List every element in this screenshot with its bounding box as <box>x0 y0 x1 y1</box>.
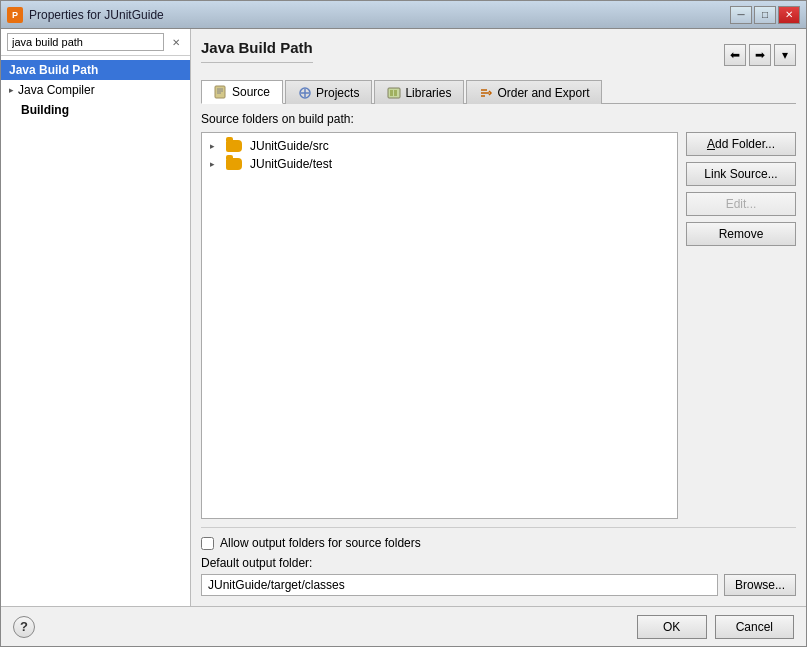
forward-button[interactable]: ➡ <box>749 44 771 66</box>
svg-rect-0 <box>215 86 225 98</box>
left-panel: ✕ Java Build Path ▸ Java Compiler Buildi… <box>1 29 191 606</box>
panel-title: Java Build Path <box>201 39 313 63</box>
toolbar-strip: ⬅ ➡ ▾ <box>724 44 796 66</box>
allow-output-checkbox[interactable] <box>201 537 214 550</box>
window-title: Properties for JUnitGuide <box>29 8 730 22</box>
folder-item-src[interactable]: ▸ JUnitGuide/src <box>206 137 673 155</box>
right-panel: Java Build Path ⬅ ➡ ▾ <box>191 29 806 606</box>
default-output-label: Default output folder: <box>201 556 796 570</box>
add-folder-button[interactable]: Add Folder... <box>686 132 796 156</box>
folder-expand-icon[interactable]: ▸ <box>210 159 222 169</box>
tab-projects[interactable]: Projects <box>285 80 372 104</box>
edit-button[interactable]: Edit... <box>686 192 796 216</box>
tree-item-label: Building <box>21 103 69 117</box>
output-folder-input[interactable] <box>201 574 718 596</box>
tab-source[interactable]: Source <box>201 80 283 104</box>
footer: ? OK Cancel <box>1 606 806 646</box>
folder-list[interactable]: ▸ JUnitGuide/src ▸ JUnitGuide/test <box>201 132 678 519</box>
allow-output-row: Allow output folders for source folders <box>201 536 796 550</box>
title-bar: P Properties for JUnitGuide ─ □ ✕ <box>1 1 806 29</box>
close-button[interactable]: ✕ <box>778 6 800 24</box>
link-source-button[interactable]: Link Source... <box>686 162 796 186</box>
tab-order-export[interactable]: Order and Export <box>466 80 602 104</box>
remove-button[interactable]: Remove <box>686 222 796 246</box>
folder-item-test-label: JUnitGuide/test <box>250 157 332 171</box>
minimize-button[interactable]: ─ <box>730 6 752 24</box>
content-area: ✕ Java Build Path ▸ Java Compiler Buildi… <box>1 29 806 606</box>
source-section: Source folders on build path: ▸ JUnitGui… <box>201 112 678 519</box>
projects-tab-label: Projects <box>316 86 359 100</box>
tree-area: Java Build Path ▸ Java Compiler Building <box>1 56 190 606</box>
footer-left: ? <box>13 616 35 638</box>
help-button[interactable]: ? <box>13 616 35 638</box>
folder-expand-icon[interactable]: ▸ <box>210 141 222 151</box>
dropdown-button[interactable]: ▾ <box>774 44 796 66</box>
search-clear-button[interactable]: ✕ <box>168 34 184 50</box>
cancel-button[interactable]: Cancel <box>715 615 794 639</box>
action-buttons-column: Add Folder... Link Source... Edit... Rem… <box>686 112 796 519</box>
tab-libraries[interactable]: Libraries <box>374 80 464 104</box>
source-tab-label: Source <box>232 85 270 99</box>
tree-item-java-build-path[interactable]: Java Build Path <box>1 60 190 80</box>
source-section-label: Source folders on build path: <box>201 112 678 126</box>
libraries-tab-label: Libraries <box>405 86 451 100</box>
allow-output-label: Allow output folders for source folders <box>220 536 421 550</box>
properties-window: P Properties for JUnitGuide ─ □ ✕ ✕ Java… <box>0 0 807 647</box>
maximize-button[interactable]: □ <box>754 6 776 24</box>
footer-buttons: OK Cancel <box>637 615 794 639</box>
source-tab-icon <box>214 85 228 99</box>
order-export-tab-icon <box>479 86 493 100</box>
folder-item-test[interactable]: ▸ JUnitGuide/test <box>206 155 673 173</box>
projects-tab-icon <box>298 86 312 100</box>
browse-button[interactable]: Browse... <box>724 574 796 596</box>
tree-expand-icon: ▸ <box>9 85 14 95</box>
tabs-bar: Source Projects <box>201 79 796 104</box>
back-button[interactable]: ⬅ <box>724 44 746 66</box>
folder-item-src-label: JUnitGuide/src <box>250 139 329 153</box>
window-icon: P <box>7 7 23 23</box>
search-input[interactable] <box>7 33 164 51</box>
output-row: Browse... <box>201 574 796 596</box>
order-export-tab-label: Order and Export <box>497 86 589 100</box>
svg-rect-9 <box>394 90 397 96</box>
bottom-section: Allow output folders for source folders … <box>201 527 796 596</box>
svg-rect-8 <box>390 90 393 96</box>
search-box: ✕ <box>1 29 190 56</box>
tree-item-label: Java Build Path <box>9 63 98 77</box>
tree-item-label: Java Compiler <box>18 83 95 97</box>
tree-item-building[interactable]: Building <box>1 100 190 120</box>
tree-item-java-compiler[interactable]: ▸ Java Compiler <box>1 80 190 100</box>
window-controls: ─ □ ✕ <box>730 6 800 24</box>
main-content: Source folders on build path: ▸ JUnitGui… <box>201 112 796 519</box>
libraries-tab-icon <box>387 86 401 100</box>
ok-button[interactable]: OK <box>637 615 707 639</box>
